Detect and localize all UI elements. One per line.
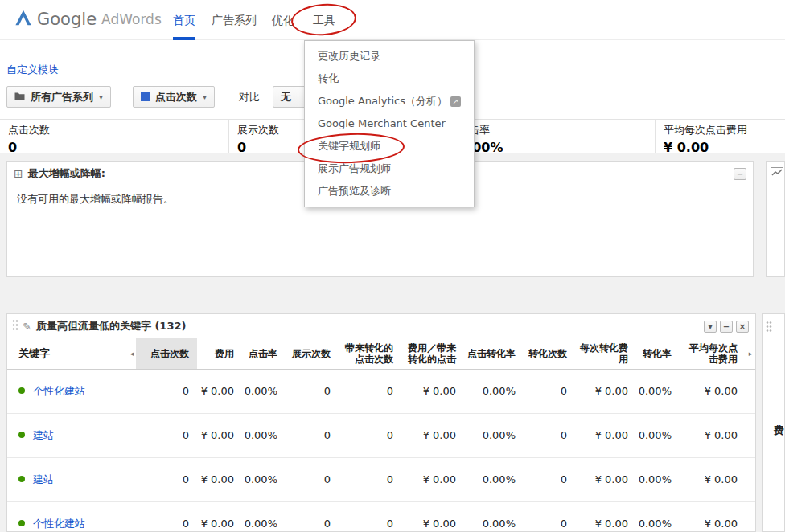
keywords-panel-title: 质量高但流量低的关键字 (132) — [36, 319, 187, 334]
metric-cell: ¥ 0.00 — [575, 501, 636, 532]
metric-cell: 0.00% — [464, 501, 524, 532]
campaign-selector-button[interactable]: 所有广告系列 ▾ — [6, 86, 111, 108]
menu-item-display-planner[interactable]: 展示广告规划师 — [305, 158, 474, 180]
metric-cell: ¥ 0.00 — [197, 457, 242, 501]
column-header-7[interactable]: 点击转化率 — [464, 338, 524, 369]
column-header-11[interactable]: 平均每次点 击费用 — [680, 338, 746, 369]
metric-cell: 0 — [286, 413, 339, 457]
menu-item-conversions[interactable]: 转化 — [305, 68, 474, 90]
metric-cell: 0.00% — [636, 369, 680, 413]
metric-cell: ¥ 0.00 — [680, 369, 746, 413]
metric-cell: 0.00% — [636, 457, 680, 501]
edit-pencil-icon[interactable]: ✎ — [23, 321, 31, 333]
status-enabled-icon — [18, 476, 25, 482]
keyword-link[interactable]: 个性化建站 — [33, 385, 85, 397]
close-button[interactable]: × — [736, 321, 749, 333]
minimize-button[interactable]: − — [720, 321, 733, 333]
keyword-link[interactable]: 个性化建站 — [33, 518, 85, 530]
keywords-table: 关键字◂点击次数费用点击率展示次数带来转化的 点击次数费用／带来 转化的点击点击… — [7, 338, 755, 532]
menu-item-label: 更改历史记录 — [318, 45, 380, 68]
metric-cell: 0 — [339, 413, 401, 457]
right-column-panel-fragment-bottom: 费 — [762, 313, 785, 532]
keyword-row: 个性化建站0¥ 0.000.00%00¥ 0.000.00%0¥ 0.000.0… — [7, 369, 755, 413]
menu-item-change-history[interactable]: 更改历史记录 — [305, 45, 474, 68]
external-link-icon: ↗ — [450, 96, 461, 107]
stat-label: 平均每次点击费用 — [664, 123, 785, 137]
column-header-5[interactable]: 带来转化的 点击次数 — [339, 338, 401, 369]
metric-cell: 0 — [524, 457, 575, 501]
metric-selector-button[interactable]: 点击次数 ▾ — [133, 86, 215, 108]
menu-item-merchant-center[interactable]: Google Merchant Center — [305, 113, 474, 135]
column-header-9[interactable]: 每次转化费 用 — [575, 338, 636, 369]
metric-cell: ¥ 0.00 — [680, 501, 746, 532]
stat-clicks: 点击次数 0 — [0, 120, 229, 153]
column-header-3[interactable]: 点击率 — [242, 338, 286, 369]
stat-label: 点击次数 — [8, 123, 228, 137]
nav-tab-home[interactable]: 首页 — [173, 0, 195, 40]
menu-item-keyword-planner[interactable]: 关键字规划师 — [305, 135, 474, 158]
keyword-link[interactable]: 建站 — [33, 429, 54, 441]
metric-cell: 0.00% — [464, 457, 524, 501]
brand-product-text: AdWords — [101, 11, 162, 27]
metric-cell: 0.00% — [464, 369, 524, 413]
column-header-2[interactable]: 费用 — [197, 338, 242, 369]
metric-cell: 0.00% — [636, 501, 680, 532]
metric-cell: ¥ 0.00 — [575, 457, 636, 501]
panel-options-button[interactable]: ▾ — [704, 321, 717, 333]
metric-cell: ¥ 0.00 — [680, 413, 746, 457]
gap-cell — [128, 369, 136, 413]
keyword-row: 个性化建站0¥ 0.000.00%00¥ 0.000.00%0¥ 0.000.0… — [7, 501, 755, 532]
brand-logo[interactable]: Google AdWords — [14, 9, 162, 30]
stat-value: 0.00% — [458, 140, 655, 155]
metric-cell: 0.00% — [242, 369, 286, 413]
metric-cell: 0 — [286, 501, 339, 532]
drag-handle-icon[interactable] — [12, 319, 18, 334]
metric-cell: 0 — [286, 457, 339, 501]
keyword-link[interactable]: 建站 — [33, 473, 54, 485]
metric-cell: ¥ 0.00 — [197, 501, 242, 532]
status-enabled-icon — [18, 432, 25, 438]
brand-google-text: Google — [37, 10, 97, 29]
keyword-cell: 建站 — [7, 413, 128, 457]
metric-cell: 0 — [339, 501, 401, 532]
custom-module-link[interactable]: 自定义模块 — [6, 63, 59, 77]
menu-item-label: Google Analytics（分析） — [318, 90, 447, 113]
metric-cell: 0 — [136, 413, 197, 457]
menu-item-label: 广告预览及诊断 — [318, 180, 391, 203]
column-header-1[interactable]: 点击次数 — [136, 338, 197, 369]
metric-cell: 0 — [524, 413, 575, 457]
menu-item-google-analytics[interactable]: Google Analytics（分析） ↗ — [305, 90, 474, 113]
stat-value: 0 — [8, 140, 228, 155]
metric-cell: ¥ 0.00 — [401, 457, 464, 501]
grid-icon: ⊞ — [14, 167, 23, 180]
stat-value: ¥ 0.00 — [664, 140, 785, 155]
metric-cell: ¥ 0.00 — [680, 457, 746, 501]
column-header-8[interactable]: 转化次数 — [524, 338, 575, 369]
keywords-panel-header: ✎ 质量高但流量低的关键字 (132) ▾ − × — [7, 314, 755, 338]
menu-item-ad-preview[interactable]: 广告预览及诊断 — [305, 180, 474, 203]
collapse-columns-icon[interactable]: ◂ — [128, 338, 136, 369]
scroll-columns-icon[interactable]: ▸ — [746, 338, 755, 369]
minimize-button[interactable]: − — [734, 168, 746, 180]
stat-label: 点击率 — [458, 123, 655, 137]
metric-cell: 0 — [286, 369, 339, 413]
menu-item-label: 转化 — [318, 68, 339, 90]
status-enabled-icon — [18, 387, 25, 394]
nav-tab-tools[interactable]: 工具 — [313, 0, 335, 40]
top-bar: Google AdWords 首页 广告系列 优化 工具 — [0, 0, 785, 40]
compare-selector-value: 无 — [281, 90, 291, 104]
column-header-6[interactable]: 费用／带来 转化的点击 — [401, 338, 464, 369]
right-column-panel-fragment — [766, 161, 785, 277]
drag-handle-icon — [766, 321, 772, 336]
column-header-10[interactable]: 转化率 — [636, 338, 680, 369]
metric-cell: 0.00% — [636, 413, 680, 457]
nav-tab-opportunities[interactable]: 优化 — [272, 0, 294, 40]
metric-cell: 0.00% — [464, 413, 524, 457]
nav-tab-campaigns[interactable]: 广告系列 — [212, 0, 257, 40]
stat-ctr: 点击率 0.00% — [450, 120, 656, 153]
keyword-row: 建站0¥ 0.000.00%00¥ 0.000.00%0¥ 0.000.00%¥… — [7, 457, 755, 501]
chart-icon — [771, 166, 783, 182]
metric-cell: 0.00% — [242, 413, 286, 457]
column-header-4[interactable]: 展示次数 — [286, 338, 339, 369]
column-header-0[interactable]: 关键字 — [7, 338, 128, 369]
